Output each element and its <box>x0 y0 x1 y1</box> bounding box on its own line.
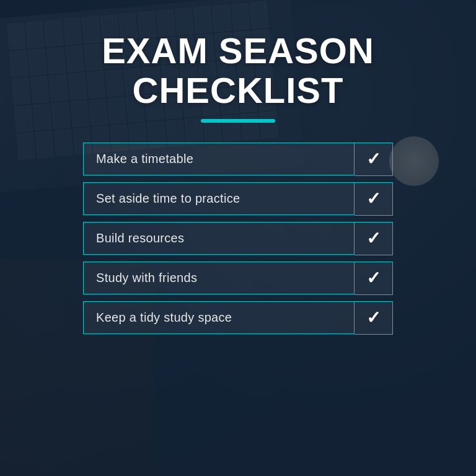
title-line1: EXAM SEASON <box>102 30 374 71</box>
checkmark-icon-2: ✓ <box>366 188 381 209</box>
checklist-label-4: Study with friends <box>83 262 355 294</box>
checklist-checkbox-3[interactable]: ✓ <box>355 222 393 255</box>
checkmark-icon-4: ✓ <box>366 268 381 288</box>
checklist-label-5: Keep a tidy study space <box>83 301 355 334</box>
checklist-row-5[interactable]: Keep a tidy study space✓ <box>83 301 393 335</box>
checkmark-icon-3: ✓ <box>366 228 381 249</box>
checklist-checkbox-4[interactable]: ✓ <box>355 262 393 295</box>
checkmark-icon-5: ✓ <box>366 307 381 328</box>
checklist-checkbox-5[interactable]: ✓ <box>355 301 393 335</box>
title-underline <box>201 119 275 123</box>
checklist-row-1[interactable]: Make a timetable✓ <box>83 143 393 176</box>
checkmark-icon-1: ✓ <box>366 149 381 169</box>
checklist-row-3[interactable]: Build resources✓ <box>83 222 393 255</box>
checklist-row-4[interactable]: Study with friends✓ <box>83 262 393 295</box>
checklist-checkbox-2[interactable]: ✓ <box>355 182 393 216</box>
page-background: EXAM SEASON CHECKLIST Make a timetable✓S… <box>0 0 476 476</box>
checklist-label-3: Build resources <box>83 222 355 255</box>
checklist-row-2[interactable]: Set aside time to practice✓ <box>83 182 393 216</box>
main-content: EXAM SEASON CHECKLIST Make a timetable✓S… <box>0 0 476 335</box>
page-title: EXAM SEASON CHECKLIST <box>102 31 374 110</box>
checklist-label-1: Make a timetable <box>83 143 355 175</box>
checklist-label-2: Set aside time to practice <box>83 182 355 215</box>
checklist-container: Make a timetable✓Set aside time to pract… <box>83 143 393 335</box>
title-line2: CHECKLIST <box>133 70 344 110</box>
checklist-checkbox-1[interactable]: ✓ <box>355 143 393 176</box>
